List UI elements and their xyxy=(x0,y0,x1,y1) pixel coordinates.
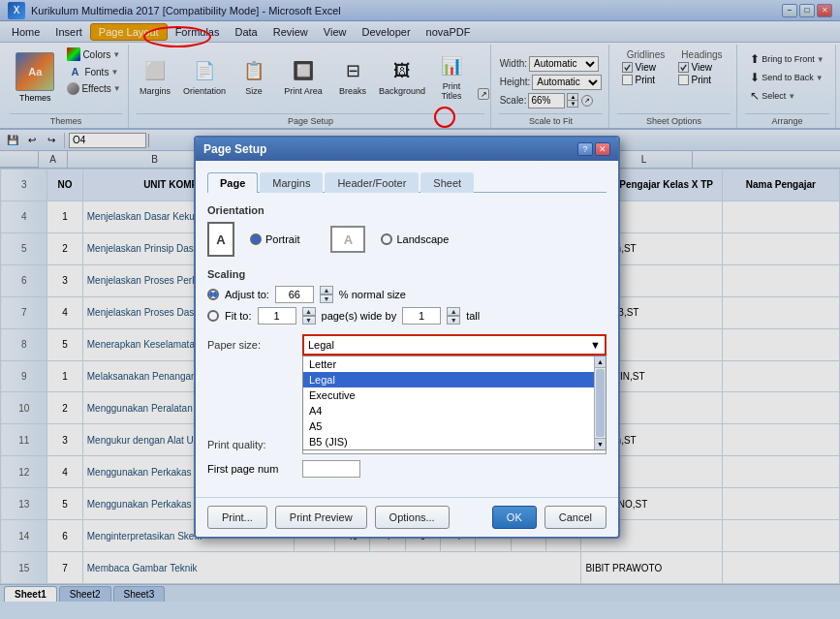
dialog-titlebar: Page Setup ? ✕ xyxy=(196,138,618,161)
orientation-label: Orientation xyxy=(207,204,607,216)
dialog-tabs: Page Margins Header/Footer Sheet xyxy=(207,172,607,193)
fit-label: Fit to: xyxy=(225,310,252,322)
paper-size-row: Paper size: Legal ▼ Letter Legal Executi… xyxy=(207,334,607,356)
fit-tall-suffix: tall xyxy=(466,310,480,322)
dialog-overlay: Page Setup ? ✕ Page Margins Header/Foote… xyxy=(0,0,840,619)
dialog-help-button[interactable]: ? xyxy=(577,142,593,156)
portrait-icon: A xyxy=(207,222,234,257)
landscape-radio[interactable] xyxy=(381,233,392,245)
fit-tall-spin-up[interactable]: ▲ xyxy=(447,307,460,316)
adjust-spin-up[interactable]: ▲ xyxy=(320,286,333,294)
scaling-label: Scaling xyxy=(207,268,607,280)
dialog-tab-page[interactable]: Page xyxy=(207,172,258,193)
first-page-row: First page num xyxy=(207,460,607,478)
footer-right-buttons: OK Cancel xyxy=(492,506,607,529)
fit-tall-input[interactable] xyxy=(402,307,441,325)
scaling-section: Scaling Adjust to: ▲ ▼ % normal size Fit… xyxy=(207,268,607,325)
paper-option-legal[interactable]: Legal xyxy=(303,372,594,387)
adjust-spin-down[interactable]: ▼ xyxy=(320,294,333,303)
print-quality-label: Print quality: xyxy=(207,439,295,450)
fit-tall-spin[interactable]: ▲ ▼ xyxy=(447,307,460,325)
portrait-label: Portrait xyxy=(265,233,299,245)
cancel-button[interactable]: Cancel xyxy=(544,506,607,529)
paper-select-container: Legal ▼ Letter Legal Executive A4 A5 B5 … xyxy=(302,334,607,356)
paper-dropdown-arrow: ▼ xyxy=(590,339,601,351)
adjust-suffix: % normal size xyxy=(339,289,406,300)
paper-select-button[interactable]: Legal ▼ xyxy=(302,334,607,356)
paper-option-executive[interactable]: Executive xyxy=(303,387,594,403)
page-setup-dialog: Page Setup ? ✕ Page Margins Header/Foote… xyxy=(194,136,620,539)
first-page-input[interactable] xyxy=(302,460,360,478)
first-page-label: First page num xyxy=(207,463,295,475)
dialog-tab-sheet[interactable]: Sheet xyxy=(420,172,474,193)
orientation-options: A Portrait A Landscape xyxy=(207,222,607,257)
paper-option-a4[interactable]: A4 xyxy=(303,403,594,418)
fit-pages-spin-up[interactable]: ▲ xyxy=(302,307,316,316)
dialog-close-button[interactable]: ✕ xyxy=(595,142,610,156)
paper-size-label: Paper size: xyxy=(207,339,295,351)
portrait-radio-row: Portrait xyxy=(250,233,299,245)
print-button[interactable]: Print... xyxy=(207,506,267,529)
scroll-down-btn[interactable]: ▼ xyxy=(595,438,606,449)
scroll-up-btn[interactable]: ▲ xyxy=(595,356,606,368)
dialog-title: Page Setup xyxy=(203,142,266,156)
dialog-tab-headerfooter[interactable]: Header/Footer xyxy=(325,172,419,193)
fit-pages-spin-down[interactable]: ▼ xyxy=(302,316,316,325)
paper-selected-value: Legal xyxy=(308,339,334,351)
landscape-label: Landscape xyxy=(396,233,449,245)
fit-pages-spin[interactable]: ▲ ▼ xyxy=(302,307,316,325)
ok-button[interactable]: OK xyxy=(492,506,537,529)
orientation-section: Orientation A Portrait A xyxy=(207,204,607,257)
dialog-controls[interactable]: ? ✕ xyxy=(577,142,610,156)
fit-pages-suffix: page(s) wide by xyxy=(322,310,397,322)
paper-scrollbar[interactable]: ▲ ▼ xyxy=(594,356,606,449)
footer-left-buttons: Print... Print Preview Options... xyxy=(207,506,450,529)
portrait-option[interactable]: A xyxy=(207,222,234,257)
paper-option-b5jis[interactable]: B5 (JIS) xyxy=(303,434,594,449)
paper-option-letter[interactable]: Letter xyxy=(303,356,594,372)
adjust-label: Adjust to: xyxy=(225,289,269,300)
paper-option-a5[interactable]: A5 xyxy=(303,418,594,434)
dialog-footer: Print... Print Preview Options... OK Can… xyxy=(196,497,618,537)
fit-pages-input[interactable] xyxy=(258,307,296,325)
options-button[interactable]: Options... xyxy=(375,506,450,529)
adjust-spin[interactable]: ▲ ▼ xyxy=(320,286,333,303)
fit-tall-spin-down[interactable]: ▼ xyxy=(447,316,460,325)
landscape-radio-row: Landscape xyxy=(381,233,449,245)
adjust-row: Adjust to: ▲ ▼ % normal size xyxy=(207,286,607,303)
scroll-thumb xyxy=(596,369,605,437)
adjust-input[interactable] xyxy=(275,286,314,303)
paper-dropdown-list: Letter Legal Executive A4 A5 B5 (JIS) ▲ … xyxy=(302,356,607,450)
fit-radio[interactable] xyxy=(207,310,219,322)
dialog-tab-margins[interactable]: Margins xyxy=(260,172,323,193)
landscape-option[interactable]: A xyxy=(330,226,365,253)
adjust-radio[interactable] xyxy=(207,289,219,300)
dialog-body: Page Margins Header/Footer Sheet Orienta… xyxy=(196,161,618,497)
landscape-icon: A xyxy=(330,226,365,253)
portrait-radio[interactable] xyxy=(250,233,262,245)
fit-row: Fit to: ▲ ▼ page(s) wide by ▲ ▼ tall xyxy=(207,307,607,325)
print-preview-button[interactable]: Print Preview xyxy=(275,506,367,529)
